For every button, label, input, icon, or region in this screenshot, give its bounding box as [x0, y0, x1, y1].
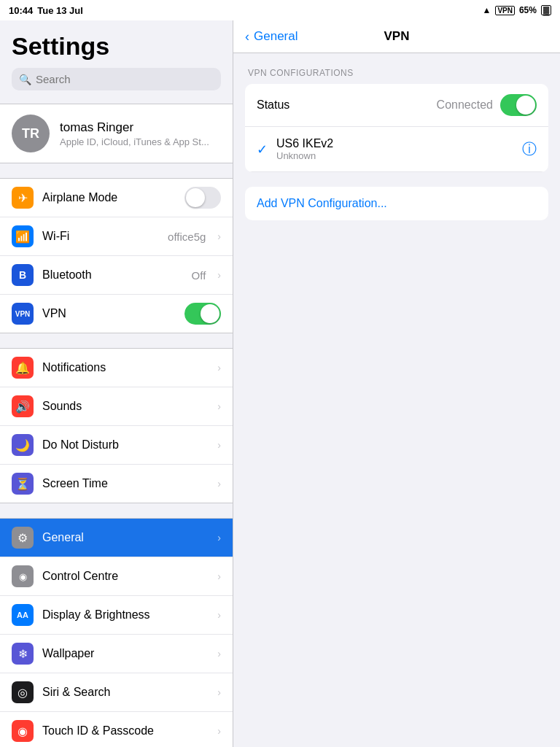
wifi-icon: ▲: [482, 5, 491, 15]
vpn-title: VPN: [384, 29, 410, 44]
bluetooth-label: Bluetooth: [42, 268, 183, 282]
sidebar-item-touchid[interactable]: ◉ Touch ID & Passcode ›: [0, 712, 233, 747]
user-profile[interactable]: TR tomas Ringer Apple ID, iCloud, iTunes…: [0, 104, 233, 163]
vpn-back-button[interactable]: ‹ General: [245, 29, 298, 44]
sidebar-item-display[interactable]: AA Display & Brightness ›: [0, 596, 233, 635]
sidebar: Settings 🔍 TR tomas Ringer Apple ID, iCl…: [0, 20, 233, 747]
vpn-nav-bar: ‹ General VPN: [233, 20, 560, 53]
sidebar-item-sounds[interactable]: 🔊 Sounds ›: [0, 387, 233, 426]
vpn-status-row: Status Connected: [245, 84, 548, 127]
search-bar[interactable]: 🔍: [12, 68, 221, 90]
wallpaper-chevron-icon: ›: [217, 648, 221, 659]
sidebar-item-vpn[interactable]: VPN VPN: [0, 295, 233, 333]
wifi-chevron-icon: ›: [217, 231, 221, 242]
vpn-check-icon: ✓: [257, 142, 268, 158]
sidebar-item-controlcentre[interactable]: ◉ Control Centre ›: [0, 557, 233, 596]
siri-label: Siri & Search: [42, 686, 209, 699]
donotdisturb-icon: 🌙: [12, 434, 34, 456]
notifications-icon: 🔔: [12, 357, 34, 379]
sidebar-item-general[interactable]: ⚙ General ›: [0, 519, 233, 557]
back-chevron-icon: ‹: [245, 30, 249, 43]
sounds-label: Sounds: [42, 400, 209, 413]
vpn-toggle-thumb: [201, 304, 219, 323]
touchid-chevron-icon: ›: [217, 725, 221, 737]
controlcentre-icon: ◉: [12, 565, 34, 587]
sounds-icon: 🔊: [12, 395, 34, 417]
user-info: tomas Ringer Apple ID, iCloud, iTunes & …: [60, 120, 209, 147]
status-time: 10:44: [9, 5, 33, 16]
vpn-section-label: VPN CONFIGURATIONS: [245, 68, 548, 78]
bluetooth-icon: B: [12, 264, 34, 286]
notifications-group: 🔔 Notifications › 🔊 Sounds › 🌙 Do Not Di…: [0, 348, 233, 503]
siri-icon: ◎: [12, 681, 34, 703]
donotdisturb-label: Do Not Disturb: [42, 438, 209, 452]
sidebar-item-wifi[interactable]: 📶 Wi-Fi office5g ›: [0, 217, 233, 256]
vpn-content: VPN CONFIGURATIONS Status Connected ✓ US…: [233, 53, 560, 249]
status-label: Status: [257, 98, 437, 112]
display-icon: AA: [12, 604, 34, 626]
connectivity-group: ✈ Airplane Mode 📶 Wi-Fi office5g › B Blu…: [0, 178, 233, 333]
notifications-chevron-icon: ›: [217, 362, 221, 374]
sidebar-header: Settings 🔍: [0, 20, 233, 96]
general-chevron-icon: ›: [217, 532, 221, 543]
sounds-chevron-icon: ›: [217, 400, 221, 412]
vpn-label: VPN: [42, 307, 176, 320]
sidebar-item-airplane[interactable]: ✈ Airplane Mode: [0, 179, 233, 217]
general-label: General: [42, 531, 209, 544]
back-label: General: [254, 29, 298, 44]
vpn-settings-icon: VPN: [12, 303, 34, 325]
donotdisturb-chevron-icon: ›: [217, 439, 221, 451]
bluetooth-chevron-icon: ›: [217, 269, 221, 281]
sidebar-title: Settings: [12, 32, 221, 61]
sidebar-item-screentime[interactable]: ⏳ Screen Time ›: [0, 465, 233, 503]
wifi-settings-icon: 📶: [12, 225, 34, 247]
battery-percent: 65%: [519, 5, 537, 15]
vpn-config-name: US6 IKEv2: [276, 137, 522, 150]
status-value: Connected: [437, 98, 493, 112]
sidebar-item-siri[interactable]: ◎ Siri & Search ›: [0, 673, 233, 712]
avatar: TR: [12, 115, 50, 152]
sidebar-item-notifications[interactable]: 🔔 Notifications ›: [0, 349, 233, 387]
sidebar-item-bluetooth[interactable]: B Bluetooth Off ›: [0, 256, 233, 295]
screentime-icon: ⏳: [12, 473, 34, 495]
airplane-toggle[interactable]: [184, 187, 221, 209]
vpn-status-card: Status Connected ✓ US6 IKEv2 Unknown ⓘ: [245, 84, 548, 172]
controlcentre-chevron-icon: ›: [217, 570, 221, 582]
system-group: ⚙ General › ◉ Control Centre › AA Displa…: [0, 518, 233, 747]
general-icon: ⚙: [12, 527, 34, 549]
status-bar: 10:44 Tue 13 Jul ▲ VPN 65% ▓: [0, 0, 560, 20]
search-input[interactable]: [36, 73, 214, 85]
sidebar-item-donotdisturb[interactable]: 🌙 Do Not Disturb ›: [0, 426, 233, 465]
status-date: Tue 13 Jul: [37, 5, 83, 16]
bluetooth-value: Off: [192, 269, 206, 282]
vpn-toggle[interactable]: [184, 303, 221, 325]
touchid-label: Touch ID & Passcode: [42, 724, 209, 738]
airplane-label: Airplane Mode: [42, 191, 176, 204]
add-vpn-card: Add VPN Configuration...: [245, 187, 548, 220]
screentime-chevron-icon: ›: [217, 478, 221, 489]
vpn-badge: VPN: [495, 6, 515, 15]
wallpaper-label: Wallpaper: [42, 647, 209, 660]
controlcentre-label: Control Centre: [42, 570, 209, 583]
user-subtitle: Apple ID, iCloud, iTunes & App St...: [60, 136, 209, 147]
airplane-icon: ✈: [12, 187, 34, 209]
vpn-config-info: US6 IKEv2 Unknown: [276, 137, 522, 161]
touchid-icon: ◉: [12, 720, 34, 742]
vpn-panel: ‹ General VPN VPN CONFIGURATIONS Status …: [233, 20, 560, 747]
screentime-label: Screen Time: [42, 477, 209, 490]
vpn-config-row[interactable]: ✓ US6 IKEv2 Unknown ⓘ: [245, 127, 548, 172]
display-label: Display & Brightness: [42, 608, 209, 622]
vpn-info-icon[interactable]: ⓘ: [522, 139, 537, 159]
display-chevron-icon: ›: [217, 609, 221, 621]
sidebar-item-wallpaper[interactable]: ❄ Wallpaper ›: [0, 635, 233, 673]
vpn-status-toggle[interactable]: [500, 94, 537, 116]
search-icon: 🔍: [19, 74, 31, 85]
wallpaper-icon: ❄: [12, 643, 34, 665]
vpn-status-toggle-thumb: [516, 96, 535, 115]
vpn-config-sub: Unknown: [276, 150, 522, 161]
wifi-label: Wi-Fi: [42, 230, 159, 243]
siri-chevron-icon: ›: [217, 686, 221, 698]
user-name: tomas Ringer: [60, 120, 209, 135]
add-vpn-button[interactable]: Add VPN Configuration...: [245, 187, 548, 220]
wifi-value: office5g: [168, 231, 206, 243]
